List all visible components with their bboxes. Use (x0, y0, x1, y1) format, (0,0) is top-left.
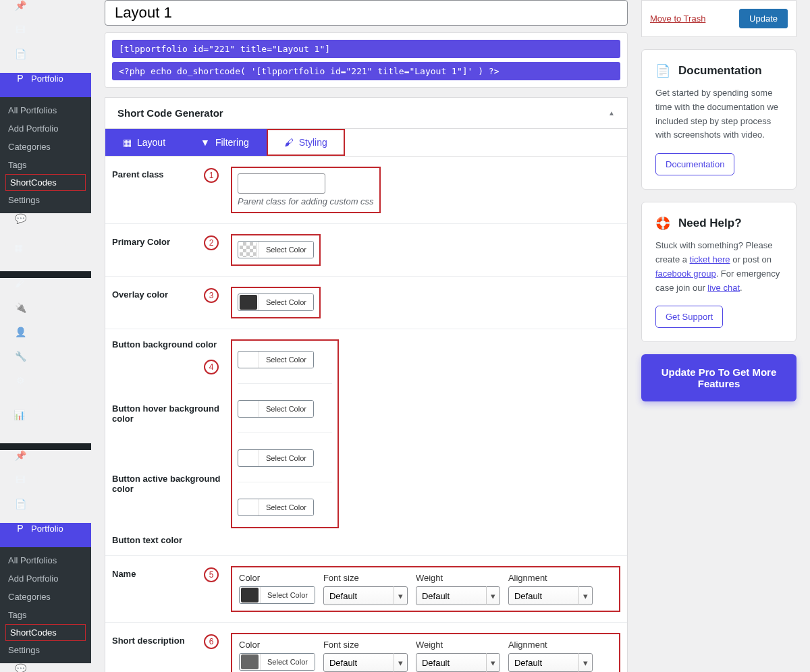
sidebar-item-comments[interactable]: 💬Comments (0, 213, 91, 237)
sidebar-item-pages[interactable]: 📄Pages (0, 49, 91, 73)
tab-layout[interactable]: ▦ Layout (105, 129, 183, 156)
media-icon: 🎞 (14, 24, 27, 35)
sidebar-sub-tags[interactable]: Tags (0, 156, 91, 174)
shortcode-box: [tlpportfolio id="221" title="Layout 1"]… (105, 32, 628, 88)
brush-icon: 🖌 (284, 137, 294, 148)
sidebar-item-portfolio[interactable]: PPortfolio (0, 73, 91, 97)
ticket-link[interactable]: ticket here (690, 254, 730, 264)
sidebar-sub-shortcodes[interactable]: ShortCodes (5, 174, 86, 191)
pages-icon: 📄 (14, 499, 27, 509)
marker-1: 1 (204, 168, 219, 183)
sidebar-item-users[interactable]: 👤Users (0, 327, 91, 351)
sidebar-item-posts[interactable]: 📌Posts (0, 0, 91, 24)
the-pricing-table-icon: ▦ (14, 242, 24, 253)
desc-align-select[interactable]: Default (508, 653, 593, 672)
label-btn-active: Button active background color (112, 471, 234, 494)
btn-text-color-picker[interactable]: Select Color (238, 499, 314, 516)
sidebar-item-comments[interactable]: 💬Comments (0, 663, 91, 672)
appearance-icon: 🖌 (14, 278, 26, 289)
sidebar-sub-shortcodes[interactable]: ShortCodes (5, 624, 86, 641)
desc-color-picker[interactable]: Select Color (239, 653, 315, 671)
label-btn-hover: Button hover background color (112, 403, 234, 424)
update-pro-button[interactable]: Update Pro To Get More Features (641, 354, 796, 401)
sidebar-sub-settings[interactable]: Settings (0, 641, 91, 659)
sidebar-item-media[interactable]: 🎞Media (0, 24, 91, 49)
filter-icon: ▼ (200, 137, 210, 148)
wp-seo-schema-dashboard-icon: 📊 (14, 410, 25, 420)
sidebar-item-appearance[interactable]: 🖌Appearance (0, 278, 91, 302)
overlay-color-picker[interactable]: Select Color (238, 293, 314, 311)
label-btn-bg: Button background color (112, 339, 234, 349)
tab-styling[interactable]: 🖌 Styling (267, 129, 345, 156)
sidebar-item-wp-seo-schema-dashboard[interactable]: 📊WP SEO Schema Dashboard (0, 399, 91, 443)
sidebar-sub-categories[interactable]: Categories (0, 138, 91, 156)
color-swatch-icon (241, 588, 259, 603)
help-text: Stuck with something? Please create a ti… (655, 239, 782, 295)
sidebar-item-tools[interactable]: 🔧Tools (0, 351, 91, 375)
document-icon: 📄 (655, 63, 670, 78)
marker-6: 6 (204, 634, 219, 649)
sidebar-sub-all-portfolios[interactable]: All Portfolios (0, 551, 91, 569)
users-icon: 👤 (14, 327, 27, 337)
comments-icon: 💬 (14, 663, 27, 672)
desc-weight-select[interactable]: Default (416, 653, 500, 672)
name-align-select[interactable]: Default (508, 586, 593, 605)
parent-class-input[interactable] (238, 173, 325, 194)
marker-4: 4 (204, 360, 219, 374)
tab-filtering[interactable]: ▼ Filtering (183, 129, 267, 156)
sidebar-sub-all-portfolios[interactable]: All Portfolios (0, 101, 91, 119)
admin-sidebar: 📌Posts🎞Media📄PagesPPortfolioAll Portfoli… (0, 0, 91, 672)
color-swatch-icon (241, 654, 259, 669)
name-color-picker[interactable]: Select Color (239, 586, 315, 604)
shortcode-line: [tlpportfolio id="221" title="Layout 1"] (112, 40, 620, 58)
name-font-size-select[interactable]: Default (323, 586, 408, 605)
color-swatch-icon (240, 295, 257, 310)
live-chat-link[interactable]: live chat (707, 283, 740, 293)
primary-color-picker[interactable]: Select Color (238, 241, 314, 258)
sidebar-sub-tags[interactable]: Tags (0, 606, 91, 624)
parent-class-hint: Parent class for adding custom css (238, 196, 374, 206)
posts-icon: 📌 (14, 0, 27, 11)
btn-bg-color-picker[interactable]: Select Color (238, 351, 314, 368)
lifebuoy-icon: 🛟 (655, 216, 670, 231)
portfolio-icon: P (14, 73, 27, 84)
publish-box: Move to Trash Update (641, 0, 796, 37)
grid-icon: ▦ (123, 137, 132, 148)
marker-3: 3 (204, 288, 219, 303)
collapse-toggle-icon[interactable]: ▲ (608, 109, 615, 117)
posts-icon: 📌 (14, 450, 27, 461)
media-icon: 🎞 (14, 474, 27, 485)
sidebar-item-settings[interactable]: ⚙Settings (0, 375, 91, 399)
tools-icon: 🔧 (14, 351, 27, 362)
post-title-input[interactable] (105, 0, 628, 26)
btn-active-color-picker[interactable]: Select Color (238, 449, 314, 467)
sidebar-sub-add-portfolio[interactable]: Add Portfolio (0, 119, 91, 138)
facebook-link[interactable]: facebook group (655, 269, 716, 279)
portfolio-icon: P (14, 523, 27, 534)
sidebar-item-media[interactable]: 🎞Media (0, 474, 91, 499)
sidebar-sub-categories[interactable]: Categories (0, 588, 91, 606)
panel-title: Short Code Generator (117, 107, 223, 119)
color-swatch-icon (240, 500, 257, 515)
update-button[interactable]: Update (739, 9, 788, 28)
pages-icon: 📄 (14, 49, 27, 59)
sidebar-item-the-pricing-table[interactable]: ▦The Pricing Table (0, 237, 91, 271)
marker-2: 2 (204, 235, 219, 250)
move-to-trash-link[interactable]: Move to Trash (650, 13, 705, 24)
sidebar-item-pages[interactable]: 📄Pages (0, 499, 91, 523)
btn-hover-color-picker[interactable]: Select Color (238, 400, 314, 418)
php-code-line: <?php echo do_shortcode( '[tlpportfolio … (112, 62, 620, 80)
sidebar-sub-add-portfolio[interactable]: Add Portfolio (0, 569, 91, 588)
desc-font-size-select[interactable]: Default (323, 653, 408, 672)
documentation-card: 📄 Documentation Get started by spending … (641, 49, 796, 190)
sidebar-item-plugins[interactable]: 🔌Plugins (0, 302, 91, 327)
shortcode-generator-panel: Short Code Generator ▲ ▦ Layout ▼ Filter… (105, 97, 628, 672)
sidebar-sub-settings[interactable]: Settings (0, 191, 91, 209)
sidebar-item-posts[interactable]: 📌Posts (0, 450, 91, 474)
color-swatch-icon (240, 401, 257, 416)
documentation-button[interactable]: Documentation (655, 153, 734, 175)
main-content: [tlpportfolio id="221" title="Layout 1"]… (91, 0, 810, 672)
name-weight-select[interactable]: Default (416, 586, 500, 605)
sidebar-item-portfolio[interactable]: PPortfolio (0, 523, 91, 547)
get-support-button[interactable]: Get Support (655, 306, 723, 328)
